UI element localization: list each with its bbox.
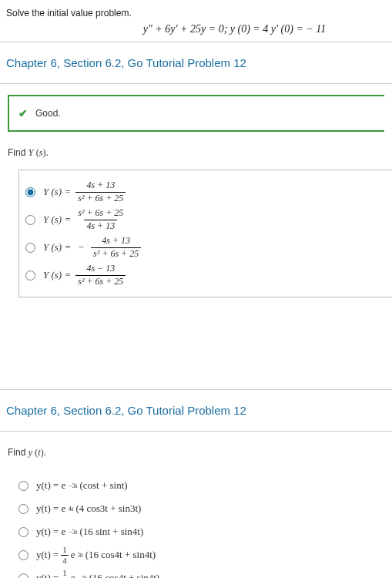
radio-y2-opt3[interactable]	[18, 527, 28, 537]
radio-y2-opt4[interactable]	[18, 550, 28, 560]
problem-prompt: Solve the initial value problem. y″ + 6y…	[0, 0, 392, 42]
option-math: y(t) = e−3t (cost + sint)	[36, 479, 128, 492]
option-row[interactable]: Y (s) = s² + 6s + 25 4s + 13	[25, 206, 383, 234]
options-list-2: y(t) = e−3t (cost + sint) y(t) = e4t (4 …	[0, 469, 392, 578]
find-line-2: Find y (t).	[0, 432, 392, 469]
option-math: y(t) = e4t (4 cos3t + sin3t)	[36, 502, 141, 515]
option-math: Y (s) = − 4s + 13 s² + 6s + 25	[43, 236, 141, 258]
section-header-1: Chapter 6, Section 6.2, Go Tutorial Prob…	[0, 42, 392, 84]
check-icon: ✔	[18, 107, 28, 119]
option-row[interactable]: y(t) = e−3t (cost + sint)	[18, 474, 392, 497]
find-label-1: Find Y (s).	[8, 147, 49, 158]
option-math: y(t) = 14 e3t (16 cos4t + sin4t)	[36, 545, 156, 564]
option-row[interactable]: Y (s) = − 4s + 13 s² + 6s + 25	[25, 234, 383, 261]
feedback-box: ✔ Good.	[8, 95, 384, 132]
option-row[interactable]: y(t) = 14 e−3t (16 cos4t + sin4t)	[18, 566, 392, 578]
option-row[interactable]: y(t) = 14 e3t (16 cos4t + sin4t)	[18, 543, 392, 566]
spacer	[0, 297, 392, 390]
option-math: y(t) = 14 e−3t (16 cos4t + sin4t)	[36, 568, 159, 578]
section-header-2: Chapter 6, Section 6.2, Go Tutorial Prob…	[0, 390, 392, 432]
option-row[interactable]: y(t) = e−3t (16 sint + sin4t)	[18, 520, 392, 543]
option-math: y(t) = e−3t (16 sint + sin4t)	[36, 526, 143, 538]
find-label-2: Find y (t).	[8, 447, 46, 458]
option-math: Y (s) = s² + 6s + 25 4s + 13	[43, 208, 126, 230]
radio-y2-opt2[interactable]	[18, 504, 28, 514]
option-math: Y (s) = 4s + 13 s² + 6s + 25	[43, 180, 126, 203]
radio-y1-opt4[interactable]	[25, 271, 35, 281]
prompt-text: Solve the initial value problem.	[6, 8, 386, 18]
option-row[interactable]: Y (s) = 4s + 13 s² + 6s + 25	[25, 178, 383, 206]
radio-y2-opt5[interactable]	[18, 573, 28, 579]
radio-y1-opt3[interactable]	[25, 243, 35, 253]
feedback-text: Good.	[35, 108, 61, 119]
radio-y2-opt1[interactable]	[18, 481, 28, 491]
options-box-1: Y (s) = 4s + 13 s² + 6s + 25 Y (s) = s² …	[18, 170, 392, 297]
radio-y1-opt2[interactable]	[25, 215, 35, 225]
prompt-equation: y″ + 6y′ + 25y = 0; y (0) = 4 y′ (0) = −…	[6, 23, 386, 35]
option-row[interactable]: Y (s) = 4s − 13 s² + 6s + 25	[25, 261, 383, 289]
radio-y1-opt1[interactable]	[25, 187, 35, 197]
option-math: Y (s) = 4s − 13 s² + 6s + 25	[43, 264, 126, 286]
find-line-1: Find Y (s).	[0, 132, 392, 170]
option-row[interactable]: y(t) = e4t (4 cos3t + sin3t)	[18, 497, 392, 520]
